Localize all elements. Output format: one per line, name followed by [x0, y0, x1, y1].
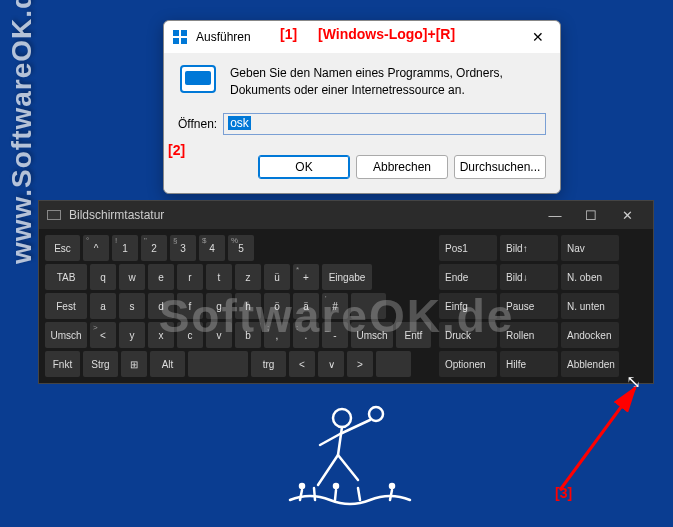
keyboard-side-row: OptionenHilfeAbblenden: [439, 351, 619, 377]
run-input-label: Öffnen:: [178, 117, 217, 131]
key[interactable]: N. unten: [561, 293, 619, 319]
key[interactable]: v: [206, 322, 232, 348]
key[interactable]: Druck: [439, 322, 497, 348]
key[interactable]: Strg: [83, 351, 118, 377]
close-icon[interactable]: ✕: [609, 204, 645, 226]
keyboard-row: TABqwertzü+*Eingabe: [45, 264, 431, 290]
doodle-figure: [280, 400, 440, 520]
key[interactable]: q: [90, 264, 116, 290]
svg-rect-5: [185, 71, 211, 85]
run-input[interactable]: osk: [223, 113, 546, 135]
close-icon[interactable]: ✕: [524, 27, 552, 47]
key[interactable]: Eingabe: [322, 264, 372, 290]
svg-line-11: [560, 388, 635, 490]
key[interactable]: r: [177, 264, 203, 290]
key[interactable]: ä: [293, 293, 319, 319]
key[interactable]: s: [119, 293, 145, 319]
svg-point-7: [369, 407, 383, 421]
key[interactable]: Esc: [45, 235, 80, 261]
key[interactable]: [188, 351, 248, 377]
key[interactable]: c: [177, 322, 203, 348]
osk-window: Bildschirmtastatur — ☐ ✕ Esc^°1!2"3§4$5%…: [38, 200, 654, 384]
keyboard-side-row: EndeBild↓N. oben: [439, 264, 619, 290]
key[interactable]: <>: [90, 322, 116, 348]
key[interactable]: .:: [293, 322, 319, 348]
key[interactable]: Bild↑: [500, 235, 558, 261]
key[interactable]: y: [119, 322, 145, 348]
key[interactable]: ü: [264, 264, 290, 290]
key[interactable]: d: [148, 293, 174, 319]
key[interactable]: ⊞: [121, 351, 147, 377]
key[interactable]: Pos1: [439, 235, 497, 261]
key[interactable]: a: [90, 293, 116, 319]
key[interactable]: Umsch: [351, 322, 393, 348]
key[interactable]: Optionen: [439, 351, 497, 377]
keyboard-icon: [47, 210, 61, 220]
svg-rect-0: [173, 30, 179, 36]
annotation-1-text: [Windows-Logo]+[R]: [318, 26, 455, 42]
key[interactable]: t: [206, 264, 232, 290]
key[interactable]: Alt: [150, 351, 185, 377]
keyboard-side-row: DruckRollenAndocken: [439, 322, 619, 348]
key[interactable]: Abblenden: [561, 351, 619, 377]
key[interactable]: Fnkt: [45, 351, 80, 377]
key[interactable]: b: [235, 322, 261, 348]
key[interactable]: g: [206, 293, 232, 319]
key[interactable]: #': [322, 293, 348, 319]
key[interactable]: 3§: [170, 235, 196, 261]
browse-button[interactable]: Durchsuchen...: [454, 155, 546, 179]
key[interactable]: -_: [322, 322, 348, 348]
key[interactable]: w: [119, 264, 145, 290]
key[interactable]: Bild↓: [500, 264, 558, 290]
key[interactable]: [376, 351, 411, 377]
key[interactable]: ,;: [264, 322, 290, 348]
annotation-2: [2]: [168, 142, 185, 158]
key[interactable]: x: [148, 322, 174, 348]
key[interactable]: f: [177, 293, 203, 319]
key[interactable]: z: [235, 264, 261, 290]
run-app-icon: [178, 65, 218, 93]
svg-rect-1: [181, 30, 187, 36]
key[interactable]: Umsch: [45, 322, 87, 348]
key[interactable]: ^°: [83, 235, 109, 261]
key[interactable]: Ende: [439, 264, 497, 290]
key[interactable]: Hilfe: [500, 351, 558, 377]
keyboard-row: FnktStrg⊞Alttrg<∨>: [45, 351, 431, 377]
key[interactable]: h: [235, 293, 261, 319]
key[interactable]: 1!: [112, 235, 138, 261]
osk-body: Esc^°1!2"3§4$5%TABqwertzü+*EingabeFestas…: [39, 229, 653, 383]
key[interactable]: 4$: [199, 235, 225, 261]
annotation-arrow: [430, 380, 650, 500]
key[interactable]: trg: [251, 351, 286, 377]
maximize-icon[interactable]: ☐: [573, 204, 609, 226]
key[interactable]: TAB: [45, 264, 87, 290]
key[interactable]: 5%: [228, 235, 254, 261]
key[interactable]: Einfg: [439, 293, 497, 319]
osk-titlebar: Bildschirmtastatur — ☐ ✕: [39, 201, 653, 229]
key[interactable]: <: [289, 351, 315, 377]
key[interactable]: N. oben: [561, 264, 619, 290]
key[interactable]: Andocken: [561, 322, 619, 348]
ok-button[interactable]: OK: [258, 155, 350, 179]
annotation-3: [3]: [555, 485, 572, 501]
keyboard-row: Festasdfghöä#': [45, 293, 431, 319]
svg-point-8: [300, 484, 304, 488]
key[interactable]: Nav: [561, 235, 619, 261]
key[interactable]: ö: [264, 293, 290, 319]
key[interactable]: +*: [293, 264, 319, 290]
run-input-value: osk: [228, 116, 251, 130]
key[interactable]: Pause: [500, 293, 558, 319]
key[interactable]: [351, 293, 386, 319]
run-buttons: OK Abbrechen Durchsuchen...: [164, 145, 560, 193]
run-body: Geben Sie den Namen eines Programms, Ord…: [164, 53, 560, 109]
key[interactable]: Entf: [396, 322, 431, 348]
key[interactable]: e: [148, 264, 174, 290]
minimize-icon[interactable]: —: [537, 204, 573, 226]
cancel-button[interactable]: Abbrechen: [356, 155, 448, 179]
key[interactable]: ∨: [318, 351, 344, 377]
key[interactable]: 2": [141, 235, 167, 261]
keyboard-row: Esc^°1!2"3§4$5%: [45, 235, 431, 261]
key[interactable]: >: [347, 351, 373, 377]
key[interactable]: Rollen: [500, 322, 558, 348]
key[interactable]: Fest: [45, 293, 87, 319]
